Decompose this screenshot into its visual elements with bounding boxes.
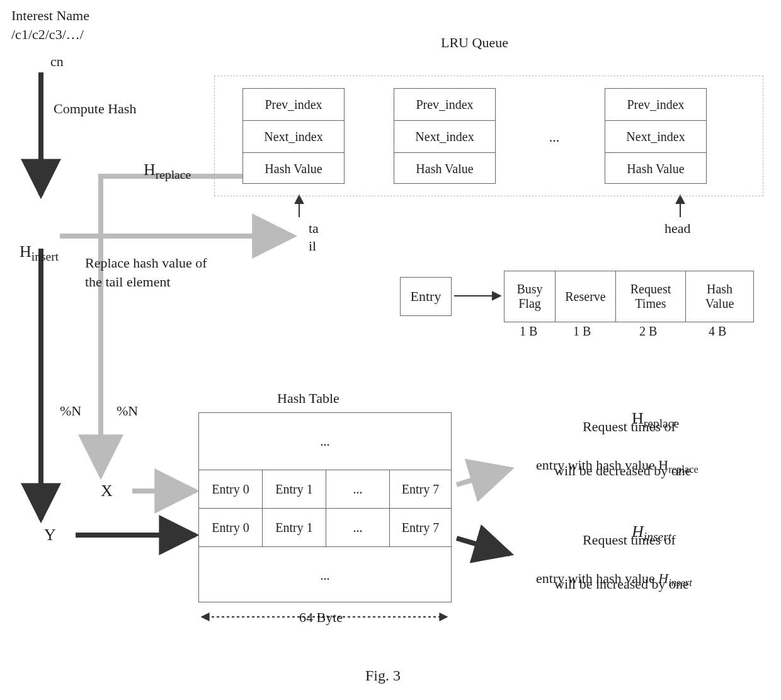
lru-node-1-next: Next_index — [243, 121, 344, 153]
right-hreplace-l3: will be decreased by one — [554, 463, 691, 479]
interest-name-label: Interest Name — [11, 8, 89, 24]
y-label: Y — [44, 526, 56, 545]
compute-hash-label: Compute Hash — [54, 101, 136, 117]
tail-label-l1: ta — [309, 220, 319, 237]
diagram-root: { "header": { "interest_name_label": "In… — [0, 0, 781, 700]
svg-line-9 — [457, 469, 510, 485]
entry-field-reserve: Reserve — [556, 271, 616, 322]
entry-legend-label-box: Entry — [400, 277, 452, 316]
lru-node-2-prev: Prev_index — [394, 89, 495, 121]
lru-node-2-hash: Hash Value — [394, 153, 495, 184]
lru-node-3-hash: Hash Value — [605, 153, 706, 184]
interest-name-tail: cn — [50, 54, 64, 70]
right-hreplace-l1: Request times of — [583, 419, 676, 435]
entry-size-2: 2 B — [639, 324, 657, 339]
entry-legend-label: Entry — [411, 288, 442, 305]
ht-x-e7: Entry 7 — [390, 470, 451, 508]
ht-y-ellipsis: ... — [326, 509, 390, 546]
mod-n-a: %N — [60, 403, 81, 419]
ht-y-e1: Entry 1 — [263, 509, 326, 546]
entry-field-request: Request Times — [616, 271, 686, 322]
hash-table-box: ... Entry 0 Entry 1 ... Entry 7 Entry 0 … — [198, 412, 452, 602]
mod-n-b: %N — [117, 403, 138, 419]
x-label: X — [101, 482, 113, 500]
entry-legend-fields: Busy Flag Reserve Request Times Hash Val… — [504, 271, 754, 322]
hash-table-row-x: Entry 0 Entry 1 ... Entry 7 — [199, 470, 451, 509]
lru-node-1-hash: Hash Value — [243, 153, 344, 184]
hash-table-title: Hash Table — [277, 390, 339, 407]
ht-x-e0: Entry 0 — [199, 470, 263, 508]
lru-ellipsis: ... — [526, 129, 583, 145]
lru-node-1: Prev_index Next_index Hash Value — [242, 88, 345, 184]
hash-table-row-y: Entry 0 Entry 1 ... Entry 7 — [199, 509, 451, 547]
entry-size-1: 1 B — [573, 324, 591, 339]
entry-size-0: 1 B — [520, 324, 537, 339]
ht-y-e0: Entry 0 — [199, 509, 263, 546]
replace-text-l2: the tail element — [85, 274, 171, 290]
svg-line-10 — [457, 538, 510, 554]
entry-field-hash: Hash Value — [686, 271, 753, 322]
ht-x-ellipsis: ... — [326, 470, 390, 508]
hash-table-bot: ... — [199, 547, 451, 604]
h-insert-label: Hinsert — [11, 223, 59, 264]
ht-y-e7: Entry 7 — [390, 509, 451, 546]
entry-field-busy: Busy Flag — [505, 271, 556, 322]
lru-node-3-next: Next_index — [605, 121, 706, 153]
tail-label-l2: il — [309, 238, 316, 254]
entry-size-3: 4 B — [709, 324, 726, 339]
lru-node-2: Prev_index Next_index Hash Value — [394, 88, 496, 184]
lru-node-3-prev: Prev_index — [605, 89, 706, 121]
lru-node-3: Prev_index Next_index Hash Value — [605, 88, 707, 184]
right-hinsert-l3: will be increased by one — [554, 576, 689, 592]
lru-node-2-next: Next_index — [394, 121, 495, 153]
lru-node-1-prev: Prev_index — [243, 89, 344, 121]
h-replace-label: Hreplace — [135, 142, 191, 182]
figure-caption: Fig. 3 — [365, 667, 401, 684]
right-hinsert-l1: Request times of — [583, 532, 676, 548]
ht-x-e1: Entry 1 — [263, 470, 326, 508]
hash-table-top: ... — [199, 413, 451, 470]
head-label: head — [664, 220, 691, 237]
sixty-four-byte-label: 64 Byte — [299, 609, 343, 626]
lru-queue-title: LRU Queue — [441, 35, 508, 51]
replace-text-l1: Replace hash value of — [85, 255, 207, 271]
interest-name-value: /c1/c2/c3/…/ — [11, 26, 84, 43]
